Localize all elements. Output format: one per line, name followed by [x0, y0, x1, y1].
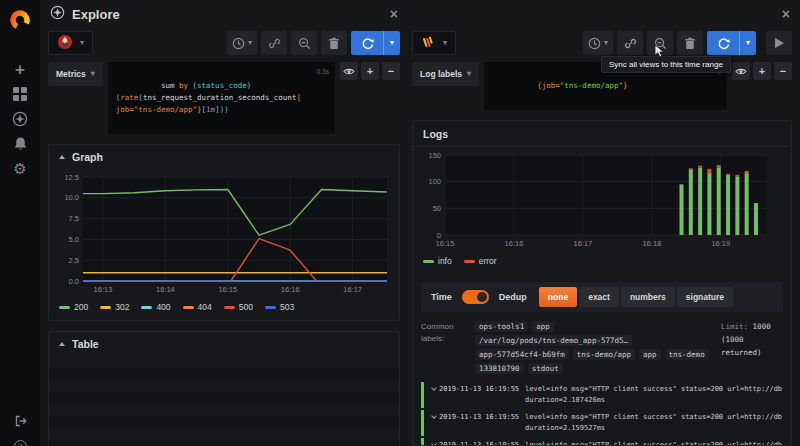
run-query-button[interactable]: [351, 31, 383, 55]
log-labels-dropdown[interactable]: Log labels ▾: [412, 62, 479, 86]
common-label-chip[interactable]: ops-tools1: [475, 321, 528, 332]
requests-line-chart[interactable]: 16:1316:1416:1516:1616:170.02.55.07.510.…: [55, 171, 393, 295]
zoom-out-button[interactable]: [291, 31, 317, 55]
play-icon: [775, 38, 784, 48]
legend-item-200[interactable]: 200: [59, 302, 88, 312]
log-row[interactable]: 2019-11-13 16:19:55level=info msg="HTTP …: [421, 410, 783, 436]
log-volume-bar-chart[interactable]: 16:1516:1616:1716:1816:19050100150: [419, 149, 775, 249]
graph-panel-header[interactable]: Graph: [49, 145, 399, 169]
common-label-chip[interactable]: 133810790: [475, 363, 524, 374]
logs-meta: Common labels: ops-tools1app/var/log/pod…: [421, 321, 783, 374]
legend-item-302[interactable]: 302: [100, 302, 129, 312]
svg-text:16:13: 16:13: [94, 285, 113, 294]
run-query-interval-dropdown[interactable]: ▾: [739, 31, 756, 55]
collapse-arrow-icon: [59, 342, 65, 346]
run-query-interval-dropdown[interactable]: ▾: [383, 31, 400, 55]
run-query-split-button: ▾: [707, 31, 756, 55]
datasource-picker-prometheus[interactable]: ▾: [48, 31, 93, 55]
add-query-button[interactable]: +: [753, 62, 771, 80]
svg-text:100: 100: [428, 177, 441, 186]
legend-item-400[interactable]: 400: [141, 302, 170, 312]
legend-item-404[interactable]: 404: [183, 302, 212, 312]
svg-text:10.0: 10.0: [64, 193, 79, 202]
alerting-bell-icon[interactable]: [11, 135, 29, 153]
help-icon[interactable]: ?: [11, 437, 29, 446]
svg-text:16:16: 16:16: [281, 285, 300, 294]
table-panel-header[interactable]: Table: [49, 332, 399, 356]
clear-all-trash-icon[interactable]: [677, 31, 703, 55]
configuration-gear-icon[interactable]: ⚙: [11, 160, 29, 178]
common-label-chip[interactable]: /var/log/pods/tns-demo_app-577d5…: [475, 335, 632, 346]
hide-query-eye-icon[interactable]: [732, 62, 750, 80]
remove-query-button[interactable]: −: [774, 62, 792, 80]
common-label-chip[interactable]: app: [639, 349, 661, 360]
clear-all-trash-icon[interactable]: [321, 31, 347, 55]
datasource-picker-loki[interactable]: ▾: [412, 31, 456, 55]
svg-text:16:19: 16:19: [711, 239, 730, 248]
chevron-down-icon: ▾: [604, 39, 608, 47]
log-row[interactable]: 2019-11-13 16:19:55level=info msg="HTTP …: [421, 382, 783, 408]
limit-label: Limit:: [721, 322, 748, 331]
time-picker-button[interactable]: ▾: [227, 31, 257, 55]
close-left-pane-icon[interactable]: ×: [390, 7, 398, 21]
remove-query-button[interactable]: −: [382, 62, 400, 80]
graph-panel: Graph 16:1316:1416:1516:1616:170.02.55.0…: [48, 144, 400, 321]
close-right-pane-icon[interactable]: ×: [782, 7, 790, 21]
metrics-dropdown[interactable]: Metrics ▾: [48, 62, 103, 86]
time-toggle[interactable]: [462, 290, 489, 304]
legend-item-500[interactable]: 500: [224, 302, 253, 312]
hide-query-eye-icon[interactable]: [340, 62, 358, 80]
sign-in-icon[interactable]: [11, 412, 29, 430]
collapse-arrow-icon: [59, 155, 65, 159]
sync-time-link-button[interactable]: [617, 31, 643, 55]
dedup-option-signature[interactable]: signature: [677, 287, 733, 307]
time-picker-button[interactable]: ▾: [583, 31, 613, 55]
svg-text:50: 50: [433, 204, 441, 213]
svg-text:150: 150: [428, 151, 441, 160]
add-icon[interactable]: +: [11, 60, 29, 78]
grafana-logo[interactable]: [0, 0, 40, 40]
dashboards-icon[interactable]: [11, 85, 29, 103]
promql-query-input[interactable]: 0.3ssum by (status_code) (rate(tns_reque…: [108, 62, 335, 134]
add-query-button[interactable]: +: [361, 62, 379, 80]
left-query-row: Metrics ▾ 0.3ssum by (status_code) (rate…: [48, 62, 400, 134]
chevron-down-icon: [428, 442, 439, 445]
chevron-down-icon: ▾: [443, 39, 447, 47]
explore-compass-icon[interactable]: [11, 110, 29, 128]
run-query-button[interactable]: [707, 31, 739, 55]
common-label-chip[interactable]: app-577d54cf4-b69fm: [475, 349, 569, 360]
log-timestamp: 2019-11-13 16:19:55: [439, 384, 525, 395]
dedup-options: noneexactnumberssignature: [539, 287, 733, 307]
legend-item-503[interactable]: 503: [265, 302, 294, 312]
svg-text:16:15: 16:15: [218, 285, 237, 294]
dedup-label: Dedup: [499, 292, 527, 302]
page-title: Explore: [72, 7, 120, 22]
log-message: level=info msg="HTTP client success" sta…: [525, 440, 783, 445]
logs-panel: Logs 16:1516:1616:1716:1816:19050100150 …: [412, 120, 792, 446]
common-label-chip[interactable]: tns-demo: [665, 349, 709, 360]
chevron-down-icon: [428, 386, 439, 390]
left-pane-header: Explore ×: [48, 0, 400, 28]
common-label-chip[interactable]: app: [532, 321, 554, 332]
common-labels-label: Common labels:: [421, 321, 467, 374]
svg-text:2.5: 2.5: [69, 256, 79, 265]
dedup-option-exact[interactable]: exact: [579, 287, 619, 307]
svg-text:16:17: 16:17: [574, 239, 593, 248]
svg-text:0.0: 0.0: [69, 277, 79, 286]
live-tail-play-button[interactable]: [766, 31, 792, 55]
dedup-option-numbers[interactable]: numbers: [621, 287, 675, 307]
common-label-chip[interactable]: tns-demo/app: [573, 349, 635, 360]
graph-legend: 200302400404500503: [49, 299, 399, 320]
link-button[interactable]: [261, 31, 287, 55]
legend-item-error[interactable]: error: [464, 256, 497, 266]
dedup-option-none[interactable]: none: [539, 287, 577, 307]
log-labels-dropdown-label: Log labels: [420, 69, 462, 79]
time-toggle-label: Time: [431, 292, 452, 302]
common-label-chip[interactable]: stdout: [528, 363, 563, 374]
log-row[interactable]: 2019-11-13 16:19:55level=info msg="HTTP …: [421, 438, 783, 445]
chevron-down-icon: ▾: [746, 39, 750, 47]
svg-text:7.5: 7.5: [69, 214, 79, 223]
logs-controls: Time Dedup noneexactnumberssignature: [421, 282, 783, 312]
chevron-down-icon: ▾: [390, 39, 394, 47]
legend-item-info[interactable]: info: [423, 256, 452, 266]
